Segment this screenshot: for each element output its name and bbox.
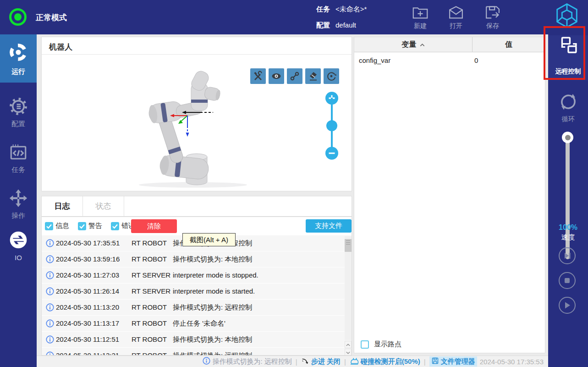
log-source: RT ROBOT <box>132 351 175 356</box>
log-message: interpreter mode is started. <box>173 287 255 295</box>
step-forward-button[interactable] <box>559 247 576 264</box>
sidebar-item-label: 运行 <box>0 67 37 76</box>
loop-button[interactable]: 循环 <box>548 89 588 128</box>
robot-panel-title: 机器人 <box>49 42 72 52</box>
checkbox-checked-icon <box>45 222 53 230</box>
open-task-button[interactable]: 打开 <box>441 5 471 30</box>
orbit-button[interactable] <box>324 68 339 84</box>
variables-panel: 变量 值 config_var 0 显示路点 <box>354 37 545 353</box>
sidebar-item-task[interactable]: 任务 <box>0 134 37 180</box>
log-scrollbar-thumb[interactable] <box>345 239 352 252</box>
sidebar-item-jog[interactable]: 操作 <box>0 180 37 226</box>
log-time: 2024-05-30 11:12:51 <box>56 335 119 343</box>
save-task-button[interactable]: 保存 <box>478 5 507 30</box>
robot-3d-view[interactable] <box>110 59 257 192</box>
log-message: 操作模式切换为: 远程控制 <box>173 351 252 356</box>
new-task-label: 新建 <box>414 22 427 29</box>
config-value: default <box>335 21 356 29</box>
speed-value: 100% <box>548 223 588 232</box>
clear-log-button[interactable]: 清除 <box>131 219 177 233</box>
info-icon <box>46 303 54 313</box>
minus-icon <box>325 153 338 161</box>
brand-cube-icon <box>555 3 579 30</box>
checkbox-checked-icon <box>111 222 119 230</box>
remote-control-button[interactable]: 远程控制 <box>548 35 588 80</box>
speed-slider-handle[interactable] <box>562 132 573 143</box>
zoom-slider-handle[interactable] <box>326 120 337 131</box>
stop-button[interactable] <box>559 272 576 289</box>
filter-label: 警告 <box>88 222 102 230</box>
column-label: 值 <box>505 40 512 50</box>
right-sidebar: 远程控制 循环 100% 速度 <box>548 34 588 367</box>
status-mode-message: 操作模式切换为: 远程控制 <box>203 357 291 366</box>
sidebar-item-label: 配置 <box>0 120 37 128</box>
waypoint-label: 显示路点 <box>374 340 401 349</box>
status-step-text: 步进 关闭 <box>311 357 341 366</box>
column-header-variable[interactable]: 变量 <box>354 37 473 52</box>
run-icon <box>9 56 28 63</box>
new-task-button[interactable]: 新建 <box>406 5 435 30</box>
log-row: 2024-05-30 11:12:21 RT ROBOT 操作模式切换为: 远程… <box>42 348 352 356</box>
log-source: RT ROBOT <box>132 239 175 247</box>
filter-warning[interactable]: 警告 <box>78 222 102 230</box>
robot-status-light <box>9 8 27 26</box>
sidebar-item-config[interactable]: 配置 <box>0 89 37 134</box>
log-source: RT ROBOT <box>132 303 175 311</box>
filter-info[interactable]: 信息 <box>45 222 69 230</box>
support-file-button[interactable]: 支持文件 <box>306 219 352 233</box>
log-message: 操作模式切换为: 远程控制 <box>173 303 252 312</box>
zoom-out-button[interactable] <box>325 147 338 160</box>
erase-button[interactable] <box>305 68 321 84</box>
status-collision-toggle[interactable]: 碰撞检测开启(50%) <box>350 357 420 367</box>
task-row: 任务<未命名>* <box>316 5 367 14</box>
log-time: 2024-05-30 11:13:20 <box>56 303 119 311</box>
tab-status[interactable]: 状态 <box>83 196 124 216</box>
config-row: 配置default <box>316 21 356 30</box>
log-list: 2024-05-30 17:35:51 RT ROBOT 操作模式切换为: 远程… <box>42 234 352 356</box>
remote-control-icon <box>558 49 578 57</box>
stop-icon <box>560 282 575 289</box>
status-time: 2024-05-30 17:35:53 <box>480 358 544 366</box>
waypoint-button[interactable] <box>287 68 302 84</box>
log-time: 2024-05-30 11:27:03 <box>56 271 119 279</box>
sidebar-item-label: IO <box>0 254 37 261</box>
info-icon <box>46 271 54 281</box>
show-waypoints-checkbox[interactable]: 显示路点 <box>361 340 401 349</box>
sidebar-item-run[interactable]: 运行 <box>0 34 37 83</box>
log-source: RT ROBOT <box>132 255 175 263</box>
mode-label: 正常模式 <box>36 12 67 23</box>
log-message: interpreter mode is stopped. <box>173 271 258 279</box>
log-time: 2024-05-30 17:35:51 <box>56 239 120 247</box>
log-source: RT SERVER <box>132 287 175 295</box>
robot-panel: 机器人 <box>41 37 352 191</box>
status-mode-text: 操作模式切换为: 远程控制 <box>212 357 291 366</box>
step-mode-icon <box>301 357 311 367</box>
open-task-label: 打开 <box>450 22 462 29</box>
eye-icon <box>269 78 284 85</box>
tools-icon <box>250 78 266 85</box>
checkbox-unchecked-icon <box>361 340 369 349</box>
scroll-down-button[interactable] <box>345 349 352 356</box>
play-icon <box>560 306 575 314</box>
log-row: 2024-05-30 11:26:14 RT SERVER interprete… <box>42 284 352 299</box>
tools-button[interactable] <box>250 68 266 84</box>
sidebar-item-io[interactable]: IO <box>0 222 37 268</box>
variable-name: config_var <box>359 56 390 64</box>
screenshot-tooltip: 截图(Alt + A) <box>182 233 236 246</box>
log-time: 2024-05-30 13:59:16 <box>56 255 120 263</box>
info-icon <box>46 319 54 329</box>
status-step-toggle[interactable]: 步进 关闭 <box>301 357 341 367</box>
log-row: 2024-05-30 11:13:20 RT ROBOT 操作模式切换为: 远程… <box>42 300 352 315</box>
log-scrollbar[interactable] <box>345 236 352 340</box>
column-header-value[interactable]: 值 <box>473 37 545 52</box>
log-row: 2024-05-30 11:12:51 RT ROBOT 操作模式切换为: 本地… <box>42 332 352 347</box>
view-button[interactable] <box>269 68 284 84</box>
orbit-icon <box>324 78 339 85</box>
tab-log[interactable]: 日志 <box>42 196 83 216</box>
play-button[interactable] <box>559 297 576 314</box>
config-gear-icon <box>9 110 28 117</box>
status-file-manager[interactable]: 文件管理器 <box>429 356 477 367</box>
sidebar-item-label: 任务 <box>0 166 37 174</box>
scroll-up-button[interactable] <box>345 341 352 348</box>
task-value: <未命名>* <box>335 5 367 13</box>
